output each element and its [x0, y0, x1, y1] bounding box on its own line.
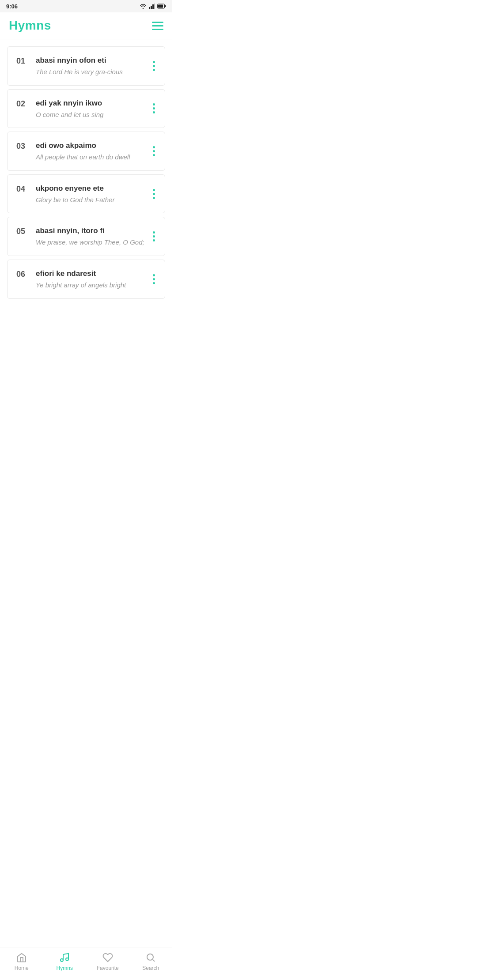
hymn-number: 01 — [16, 56, 36, 66]
hymn-subtitle: All people that on earth do dwell — [36, 153, 150, 162]
hymn-title: edi owo akpaimo — [36, 141, 150, 151]
svg-rect-3 — [154, 4, 155, 9]
svg-rect-5 — [158, 5, 163, 8]
hymn-number: 06 — [16, 269, 36, 279]
hymn-card-content: 01 abasi nnyin ofon eti The Lord He is v… — [16, 56, 150, 76]
hymn-card-content: 06 efiori ke ndaresit Ye bright array of… — [16, 269, 150, 290]
hymn-text: abasi nnyin ofon eti The Lord He is very… — [36, 56, 150, 76]
hymn-subtitle: Glory be to God the Father — [36, 196, 150, 204]
svg-rect-2 — [152, 4, 154, 9]
hymn-card[interactable]: 04 ukpono enyene ete Glory be to God the… — [7, 174, 165, 214]
hymn-card[interactable]: 06 efiori ke ndaresit Ye bright array of… — [7, 260, 165, 299]
hymn-number: 02 — [16, 98, 36, 109]
wifi-icon — [140, 4, 147, 9]
hymn-title: efiori ke ndaresit — [36, 269, 150, 279]
more-options-button[interactable] — [150, 187, 158, 201]
hymn-text: edi yak nnyin ikwo O come and let us sin… — [36, 98, 150, 119]
svg-rect-0 — [149, 7, 150, 9]
hymn-card-content: 02 edi yak nnyin ikwo O come and let us … — [16, 98, 150, 119]
hymn-subtitle: Ye bright array of angels bright — [36, 281, 150, 290]
hymn-subtitle: The Lord He is very gra-cious — [36, 68, 150, 76]
hymn-title: abasi nnyin ofon eti — [36, 56, 150, 65]
hymn-card-content: 05 abasi nnyin, itoro fi We praise, we w… — [16, 226, 150, 247]
menu-button[interactable] — [152, 22, 163, 30]
header: Hymns — [0, 12, 172, 39]
hymn-card-content: 04 ukpono enyene ete Glory be to God the… — [16, 184, 150, 204]
hymn-card[interactable]: 02 edi yak nnyin ikwo O come and let us … — [7, 89, 165, 128]
hymn-card[interactable]: 01 abasi nnyin ofon eti The Lord He is v… — [7, 46, 165, 86]
signal-icon — [149, 4, 155, 9]
more-options-button[interactable] — [150, 59, 158, 73]
hymn-text: ukpono enyene ete Glory be to God the Fa… — [36, 184, 150, 204]
battery-icon — [157, 4, 166, 9]
hymn-title: ukpono enyene ete — [36, 184, 150, 193]
app-title: Hymns — [9, 19, 51, 33]
hymn-card-content: 03 edi owo akpaimo All people that on ea… — [16, 141, 150, 162]
hymn-list: 01 abasi nnyin ofon eti The Lord He is v… — [0, 39, 172, 306]
more-options-button[interactable] — [150, 144, 158, 158]
hymn-title: edi yak nnyin ikwo — [36, 98, 150, 108]
hymn-text: edi owo akpaimo All people that on earth… — [36, 141, 150, 162]
status-icons — [140, 4, 166, 9]
hymn-title: abasi nnyin, itoro fi — [36, 226, 150, 236]
hymn-card[interactable]: 05 abasi nnyin, itoro fi We praise, we w… — [7, 217, 165, 256]
hymn-text: abasi nnyin, itoro fi We praise, we wors… — [36, 226, 150, 247]
hymn-subtitle: We praise, we worship Thee, O God; — [36, 238, 150, 247]
hymn-card[interactable]: 03 edi owo akpaimo All people that on ea… — [7, 132, 165, 171]
hymn-number: 03 — [16, 141, 36, 151]
more-options-button[interactable] — [150, 102, 158, 115]
svg-rect-6 — [165, 5, 166, 7]
more-options-button[interactable] — [150, 272, 158, 286]
hymn-text: efiori ke ndaresit Ye bright array of an… — [36, 269, 150, 290]
hymn-number: 04 — [16, 184, 36, 194]
hymn-subtitle: O come and let us sing — [36, 110, 150, 119]
hymn-number: 05 — [16, 226, 36, 236]
status-time: 9:06 — [6, 3, 18, 10]
svg-rect-1 — [151, 6, 152, 9]
status-bar: 9:06 — [0, 0, 172, 12]
more-options-button[interactable] — [150, 230, 158, 243]
